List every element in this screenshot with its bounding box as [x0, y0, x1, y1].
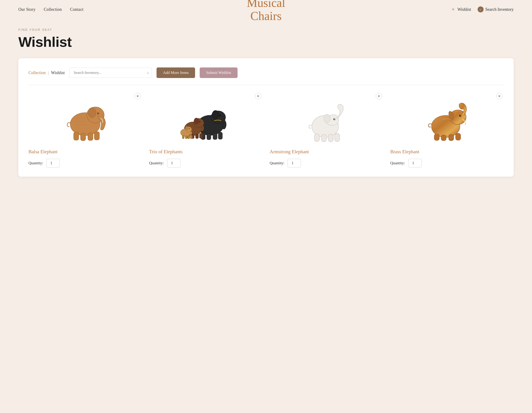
- wishlist-item-brass: ✕: [390, 92, 504, 168]
- svg-rect-23: [196, 134, 199, 139]
- svg-point-20: [194, 118, 199, 124]
- brass-elephant-image: [390, 94, 504, 142]
- nav-our-story[interactable]: Our Story: [18, 7, 36, 12]
- svg-rect-47: [441, 135, 446, 141]
- add-more-items-button[interactable]: Add More Items: [157, 67, 195, 78]
- svg-rect-40: [328, 134, 333, 142]
- svg-rect-15: [218, 132, 222, 139]
- brass-quantity-label: Quantity:: [390, 161, 405, 165]
- logo-text: Musical Chairs: [247, 0, 285, 22]
- nav-right: ♥ Wishlist ⌕ Search Inventory: [451, 6, 514, 12]
- svg-point-11: [212, 110, 219, 119]
- svg-rect-8: [94, 132, 99, 140]
- armstrong-elephant-name: Armstrong Elephant: [270, 149, 383, 155]
- brass-elephant-name: Brass Elephant: [390, 149, 504, 155]
- toolbar-divider: [28, 85, 504, 85]
- balsa-quantity-row: Quantity:: [28, 159, 142, 168]
- svg-rect-39: [321, 134, 326, 142]
- remove-armstrong-button[interactable]: ✕: [376, 93, 382, 99]
- svg-point-33: [189, 128, 190, 129]
- svg-rect-6: [81, 133, 86, 141]
- svg-rect-14: [213, 133, 217, 140]
- page-title: Wishlist: [18, 34, 514, 50]
- svg-rect-49: [456, 133, 461, 140]
- search-nav-item[interactable]: ⌕ Search Inventory: [478, 6, 514, 12]
- svg-point-17: [220, 115, 220, 116]
- wishlist-item-armstrong: ✕: [270, 92, 383, 168]
- svg-rect-48: [449, 134, 454, 141]
- trio-elephants-image: [149, 94, 263, 142]
- breadcrumb-nav: Collection | Wishlist: [28, 70, 65, 75]
- search-bar-container: ⌕: [69, 68, 152, 78]
- svg-rect-30: [185, 136, 187, 139]
- svg-point-35: [324, 114, 330, 122]
- breadcrumb-collection-link[interactable]: Collection: [28, 70, 46, 75]
- svg-rect-38: [314, 134, 320, 141]
- svg-rect-46: [434, 134, 439, 141]
- search-icon: ⌕: [478, 6, 484, 12]
- search-nav-label: Search Inventory: [485, 7, 514, 12]
- svg-point-28: [185, 126, 189, 130]
- submit-wishlist-button[interactable]: Submit Wishlist: [200, 67, 238, 78]
- brass-quantity-row: Quantity:: [390, 159, 504, 168]
- svg-point-2: [88, 108, 96, 118]
- svg-rect-31: [188, 135, 190, 139]
- breadcrumb-wishlist-label: Wishlist: [51, 70, 65, 75]
- svg-rect-7: [88, 133, 93, 141]
- svg-point-37: [334, 118, 335, 119]
- item-image-trio: ✕: [149, 92, 263, 145]
- item-image-brass: ✕: [390, 92, 504, 145]
- remove-brass-button[interactable]: ✕: [496, 93, 503, 99]
- remove-balsa-button[interactable]: ✕: [134, 93, 141, 99]
- balsa-elephant-name: Balsa Elephant: [28, 149, 142, 155]
- armstrong-quantity-row: Quantity:: [270, 159, 383, 168]
- svg-rect-41: [335, 133, 340, 141]
- svg-rect-24: [200, 133, 202, 138]
- site-logo[interactable]: Musical Chairs: [247, 0, 285, 22]
- svg-point-25: [200, 121, 200, 122]
- nav-contact[interactable]: Contact: [70, 7, 84, 12]
- svg-point-45: [460, 115, 461, 116]
- wishlist-nav-item[interactable]: ♥ Wishlist: [451, 7, 471, 12]
- svg-rect-13: [207, 133, 211, 140]
- svg-rect-5: [74, 132, 79, 140]
- heart-icon: ♥: [451, 7, 456, 12]
- trio-elephants-name: Trio of Elephants: [149, 149, 263, 155]
- nav-collection[interactable]: Collection: [44, 7, 62, 12]
- nav-left: Our Story Collection Contact: [18, 7, 84, 12]
- items-grid: ✕: [28, 92, 504, 168]
- item-image-armstrong: ✕: [270, 92, 383, 145]
- search-input[interactable]: [69, 68, 152, 78]
- toolbar: Collection | Wishlist ⌕ Add More Items S…: [28, 67, 504, 78]
- balsa-quantity-input[interactable]: [46, 159, 60, 168]
- breadcrumb-separator: |: [48, 70, 49, 75]
- trio-quantity-row: Quantity:: [149, 159, 263, 168]
- wishlist-item-trio: ✕: [149, 92, 263, 168]
- armstrong-quantity-label: Quantity:: [270, 161, 284, 165]
- item-image-balsa: ✕: [28, 92, 142, 145]
- remove-trio-button[interactable]: ✕: [255, 93, 261, 99]
- wishlist-item-balsa: ✕: [28, 92, 142, 168]
- page-eyebrow: FIND YOUR SEAT: [18, 28, 514, 31]
- svg-rect-32: [190, 135, 192, 139]
- wishlist-card: Collection | Wishlist ⌕ Add More Items S…: [18, 58, 514, 177]
- svg-point-4: [98, 113, 99, 113]
- svg-rect-29: [182, 135, 184, 139]
- trio-quantity-label: Quantity:: [149, 161, 164, 165]
- page-content: FIND YOUR SEAT Wishlist Collection | Wis…: [0, 19, 532, 190]
- trio-quantity-input[interactable]: [167, 159, 180, 168]
- balsa-elephant-image: [28, 94, 142, 142]
- balsa-quantity-label: Quantity:: [28, 161, 43, 165]
- brass-quantity-input[interactable]: [408, 159, 422, 168]
- armstrong-elephant-image: [270, 94, 383, 142]
- armstrong-quantity-input[interactable]: [288, 159, 301, 168]
- wishlist-nav-label: Wishlist: [457, 7, 471, 12]
